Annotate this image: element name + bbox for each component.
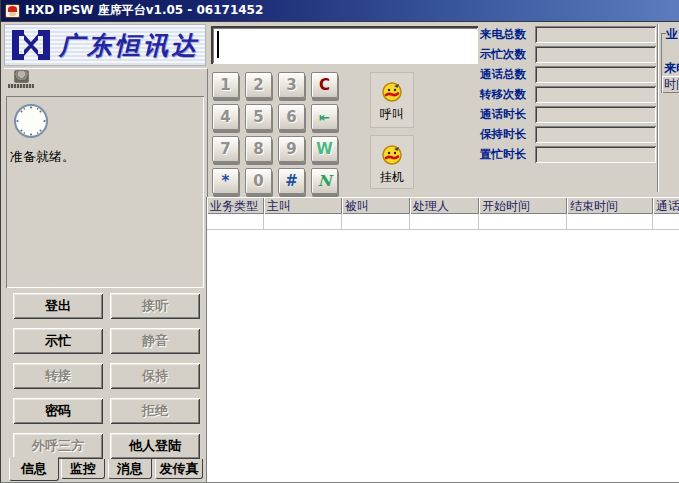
show-busy-button[interactable]: 示忙 xyxy=(13,328,103,354)
stat-label: 置忙时长 xyxy=(480,147,535,162)
bottom-tabs: 信息 监控 消息 发传真 xyxy=(4,457,208,483)
stat-row: 通话总数 xyxy=(480,66,656,83)
stat-row: 示忙次数 xyxy=(480,46,656,63)
dialpad-key-next[interactable]: N xyxy=(311,168,338,194)
stat-label: 保持时长 xyxy=(480,127,535,142)
text-caret xyxy=(217,31,219,58)
col-handler[interactable]: 处理人 xyxy=(410,197,479,214)
table-row xyxy=(207,214,679,230)
business-group-label: 业 xyxy=(666,26,678,43)
stat-label: 通话总数 xyxy=(480,67,535,82)
reject-button[interactable]: 拒绝 xyxy=(110,398,200,424)
stat-row: 置忙时长 xyxy=(480,146,656,163)
dialpad-key-3[interactable]: 3 xyxy=(278,72,305,98)
brand-logo-icon xyxy=(11,28,51,62)
dialpad-key-6[interactable]: 6 xyxy=(278,104,305,130)
stat-value-field[interactable] xyxy=(535,106,656,123)
brand-logo: 广东恒讯达 xyxy=(4,24,206,66)
col-caller[interactable]: 主叫 xyxy=(264,197,342,214)
stat-value-field[interactable] xyxy=(535,126,656,143)
phone-number-input[interactable] xyxy=(211,26,478,64)
panel-divider xyxy=(657,24,659,192)
time-column-header: 时间 xyxy=(662,76,679,93)
stat-row: 通话时长 xyxy=(480,106,656,123)
stat-label: 转移次数 xyxy=(480,87,535,102)
dialpad: 1 2 3 C 4 5 6 ⇤ 7 8 9 W * 0 # N xyxy=(212,72,339,196)
dialpad-key-0[interactable]: 0 xyxy=(245,168,272,194)
call-smiley-icon xyxy=(381,81,403,103)
tab-monitor[interactable]: 监控 xyxy=(61,459,105,479)
agent-status-box: 准备就绪。 xyxy=(6,96,204,288)
action-button-grid: 登出 接听 示忙 静音 转接 保持 密码 拒绝 外呼三方 他人登陆 xyxy=(4,293,208,465)
dialpad-key-9[interactable]: 9 xyxy=(278,136,305,162)
mute-button[interactable]: 静音 xyxy=(110,328,200,354)
stats-panel: 来电总数 示忙次数 通话总数 转移次数 通话时长 保持时长 置忙时长 xyxy=(480,26,656,192)
window-title: HXD IPSW 座席平台v1.05 - 06171452 xyxy=(25,2,263,19)
mini-agent-icon xyxy=(8,70,38,94)
dialpad-key-4[interactable]: 4 xyxy=(212,104,239,130)
dialpad-key-backspace[interactable]: ⇤ xyxy=(311,104,338,130)
stat-value-field[interactable] xyxy=(535,66,656,83)
stat-label: 示忙次数 xyxy=(480,47,535,62)
app-icon xyxy=(5,4,20,18)
stat-row: 转移次数 xyxy=(480,86,656,103)
dialpad-key-star[interactable]: * xyxy=(212,168,239,194)
stat-row: 保持时长 xyxy=(480,126,656,143)
tab-info[interactable]: 信息 xyxy=(9,457,59,481)
dialpad-key-8[interactable]: 8 xyxy=(245,136,272,162)
tab-message[interactable]: 消息 xyxy=(108,459,152,479)
col-start-time[interactable]: 开始时间 xyxy=(479,197,567,214)
status-message: 准备就绪。 xyxy=(10,148,75,166)
dialpad-key-7[interactable]: 7 xyxy=(212,136,239,162)
dialpad-key-clear[interactable]: C xyxy=(311,72,338,98)
hangup-button-label: 挂机 xyxy=(380,169,404,186)
transfer-button[interactable]: 转接 xyxy=(13,363,103,389)
col-business-type[interactable]: 业务类型 xyxy=(207,197,264,214)
stat-value-field[interactable] xyxy=(535,146,656,163)
hangup-smiley-icon xyxy=(381,144,403,166)
dialpad-key-1[interactable]: 1 xyxy=(212,72,239,98)
stat-value-field[interactable] xyxy=(535,86,656,103)
stat-row: 来电总数 xyxy=(480,26,656,43)
table-header-row: 业务类型 主叫 被叫 处理人 开始时间 结束时间 通话 xyxy=(207,197,679,214)
stat-value-field[interactable] xyxy=(535,26,656,43)
dialpad-key-5[interactable]: 5 xyxy=(245,104,272,130)
dialpad-key-2[interactable]: 2 xyxy=(245,72,272,98)
hangup-button[interactable]: 挂机 xyxy=(370,135,414,189)
outbound-3way-button[interactable]: 外呼三方 xyxy=(13,433,103,459)
incoming-call-label: 来电 xyxy=(664,60,679,77)
stat-label: 通话时长 xyxy=(480,107,535,122)
call-record-table[interactable]: 业务类型 主叫 被叫 处理人 开始时间 结束时间 通话 CTi论坛 www.ct… xyxy=(206,197,679,483)
col-callee[interactable]: 被叫 xyxy=(342,197,410,214)
dialpad-key-wait[interactable]: W xyxy=(311,136,338,162)
stat-label: 来电总数 xyxy=(480,27,535,42)
col-end-time[interactable]: 结束时间 xyxy=(567,197,653,214)
col-call-duration[interactable]: 通话 xyxy=(653,197,679,214)
tab-fax[interactable]: 发传真 xyxy=(155,459,203,479)
password-button[interactable]: 密码 xyxy=(13,398,103,424)
stat-value-field[interactable] xyxy=(535,46,656,63)
other-login-button[interactable]: 他人登陆 xyxy=(110,433,200,459)
logout-button[interactable]: 登出 xyxy=(13,293,103,319)
titlebar[interactable]: HXD IPSW 座席平台v1.05 - 06171452 xyxy=(1,0,679,22)
call-button[interactable]: 呼叫 xyxy=(370,72,414,128)
call-button-label: 呼叫 xyxy=(380,106,404,123)
answer-button[interactable]: 接听 xyxy=(110,293,200,319)
brand-name: 广东恒讯达 xyxy=(59,29,199,62)
hold-button[interactable]: 保持 xyxy=(110,363,200,389)
business-side-panel: 业 来电 时间 xyxy=(661,24,679,192)
clock-icon xyxy=(12,102,50,140)
app-window: HXD IPSW 座席平台v1.05 - 06171452 广东恒讯达 来电总数… xyxy=(0,0,679,483)
dialpad-key-hash[interactable]: # xyxy=(278,168,305,194)
agent-panel: 准备就绪。 登出 接听 示忙 静音 转接 保持 密码 拒绝 外呼三方 他人登陆 … xyxy=(4,68,208,483)
